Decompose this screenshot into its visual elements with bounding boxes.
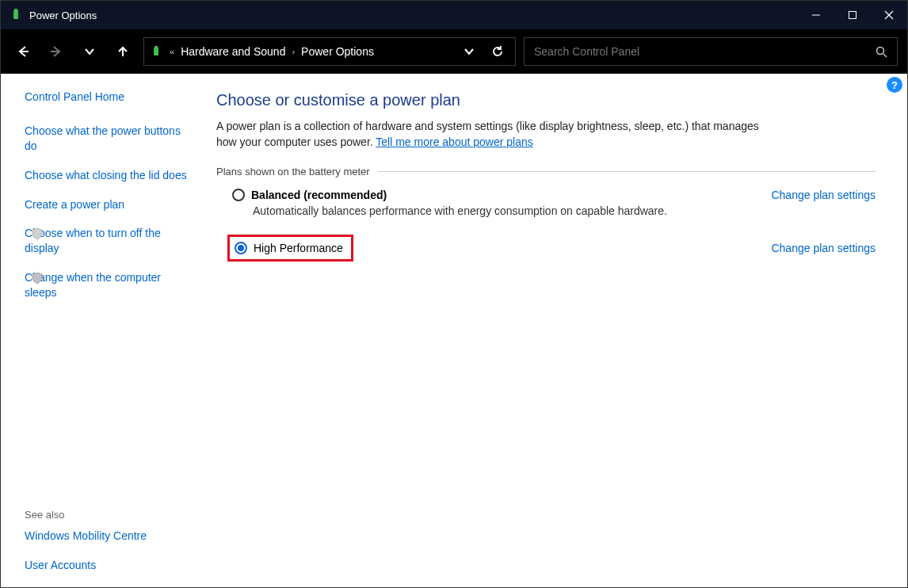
svg-line-11 [883,54,887,57]
see-also-section: See also Windows Mobility Centre User Ac… [25,509,183,573]
learn-more-link[interactable]: Tell me more about power plans [376,136,532,148]
search-box[interactable] [524,37,898,66]
radio-balanced[interactable] [232,189,245,201]
control-panel-home-link[interactable]: Control Panel Home [25,90,196,105]
svg-rect-1 [14,9,17,11]
svg-point-10 [877,47,884,54]
radio-high-performance[interactable] [235,242,247,254]
shield-icon [31,272,44,284]
breadcrumb-current[interactable]: Power Options [301,45,374,58]
see-also-user-accounts[interactable]: User Accounts [25,558,183,573]
see-also-header: See also [25,509,183,521]
chevron-left-icon: « [170,47,174,56]
sidebar: Control Panel Home Choose what the power… [1,74,207,588]
address-bar[interactable]: « Hardware and Sound › Power Options [143,37,516,66]
sidebar-link-power-buttons[interactable]: Choose what the power buttons do [25,124,196,154]
change-plan-settings-link[interactable]: Change plan settings [771,242,876,254]
app-icon [10,9,23,21]
plan-name-label[interactable]: Balanced (recommended) [251,189,387,201]
battery-icon [151,45,163,58]
plan-name-label[interactable]: High Performance [254,242,343,254]
search-input[interactable] [534,45,876,58]
sidebar-link-turn-off-display[interactable]: Choose when to turn off the display [25,226,196,256]
title-bar: Power Options [1,1,907,29]
chevron-right-icon: › [292,47,295,56]
sidebar-link-closing-lid[interactable]: Choose what closing the lid does [25,168,196,183]
window-title: Power Options [29,10,798,21]
plan-row-balanced: Balanced (recommended) Automatically bal… [216,189,876,228]
svg-rect-9 [155,46,158,48]
plan-description: Automatically balances performance with … [253,204,771,217]
svg-rect-8 [154,48,158,55]
change-plan-settings-link[interactable]: Change plan settings [771,189,876,201]
up-button[interactable] [110,39,135,64]
main-content: Choose or customise a power plan A power… [207,74,907,588]
back-button[interactable] [10,39,36,64]
address-dropdown[interactable] [458,46,480,57]
shield-icon [31,227,44,240]
svg-rect-0 [13,10,18,19]
minimize-button[interactable] [798,1,834,29]
see-also-mobility-centre[interactable]: Windows Mobility Centre [25,529,183,544]
recent-dropdown[interactable] [77,39,102,64]
page-description: A power plan is a collection of hardware… [216,119,771,150]
plan-row-high-performance: High Performance Change plan settings [216,235,876,262]
close-button[interactable] [871,1,907,29]
breadcrumb-parent[interactable]: Hardware and Sound [181,45,285,58]
page-heading: Choose or customise a power plan [216,91,876,109]
search-icon [876,46,887,58]
plans-group-label: Plans shown on the battery meter [216,166,876,178]
sidebar-link-computer-sleeps[interactable]: Change when the computer sleeps [25,270,196,300]
maximize-button[interactable] [834,1,871,29]
navigation-bar: « Hardware and Sound › Power Options [1,29,907,74]
highlight-annotation: High Performance [227,235,353,262]
refresh-button[interactable] [486,45,509,58]
forward-button[interactable] [44,39,69,64]
sidebar-link-create-plan[interactable]: Create a power plan [25,197,196,212]
svg-rect-3 [849,12,856,19]
